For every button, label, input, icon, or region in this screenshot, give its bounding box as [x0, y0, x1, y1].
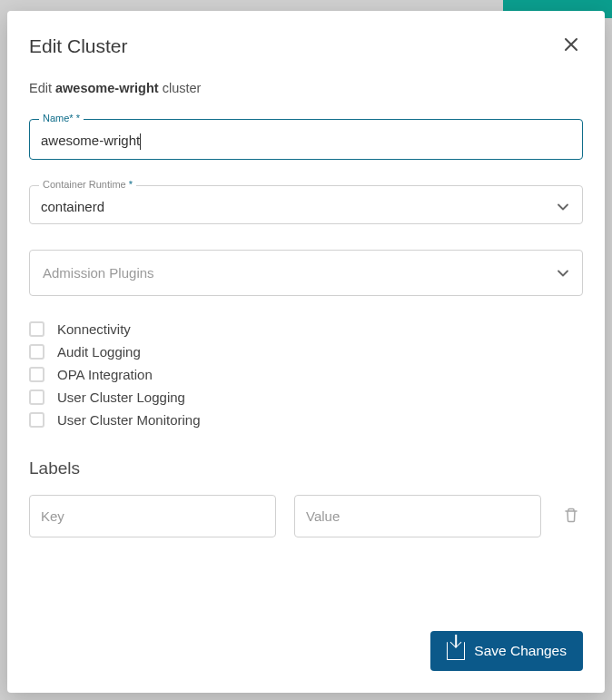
save-button-label: Save Changes — [474, 643, 567, 659]
edit-cluster-modal: Edit Cluster Edit awesome-wright cluster… — [7, 11, 605, 693]
name-label: Name* * — [39, 113, 84, 123]
checkbox-konnectivity[interactable]: Konnectivity — [29, 318, 583, 340]
subtitle-suffix: cluster — [159, 81, 202, 95]
modal-header: Edit Cluster — [29, 33, 583, 59]
delete-label-button[interactable] — [559, 503, 583, 529]
modal-title: Edit Cluster — [29, 35, 128, 57]
checkbox-audit-logging[interactable]: Audit Logging — [29, 340, 583, 363]
checkbox-label: Konnectivity — [57, 321, 131, 337]
checkbox-user-cluster-monitoring[interactable]: User Cluster Monitoring — [29, 409, 583, 431]
name-input-value[interactable]: awesome-wright — [41, 133, 140, 148]
label-key-input[interactable] — [29, 495, 276, 537]
checkbox-box[interactable] — [29, 321, 44, 337]
labels-row — [29, 495, 583, 537]
close-button[interactable] — [559, 33, 583, 59]
subtitle-cluster-name: awesome-wright — [55, 81, 159, 95]
container-runtime-value: containerd — [41, 199, 104, 214]
name-field[interactable]: Name* * awesome-wright — [29, 119, 583, 160]
container-runtime-field[interactable]: Container Runtime * containerd — [29, 185, 583, 224]
modal-subtitle: Edit awesome-wright cluster — [29, 81, 583, 95]
save-changes-button[interactable]: Save Changes — [430, 631, 583, 671]
trash-icon — [563, 507, 579, 523]
download-icon — [447, 642, 465, 660]
checkbox-label: Audit Logging — [57, 344, 141, 360]
checkbox-label: User Cluster Logging — [57, 389, 185, 405]
text-cursor — [140, 133, 141, 150]
checkbox-box[interactable] — [29, 344, 44, 360]
checkbox-opa-integration[interactable]: OPA Integration — [29, 363, 583, 386]
subtitle-prefix: Edit — [29, 81, 55, 95]
checkbox-label: User Cluster Monitoring — [57, 412, 201, 428]
checkbox-list: Konnectivity Audit Logging OPA Integrati… — [29, 318, 583, 431]
chevron-down-icon — [557, 267, 569, 280]
modal-footer: Save Changes — [29, 631, 583, 671]
checkbox-box[interactable] — [29, 367, 44, 382]
chevron-down-icon — [557, 201, 569, 213]
checkbox-box[interactable] — [29, 389, 44, 405]
labels-heading: Labels — [29, 458, 583, 478]
checkbox-label: OPA Integration — [57, 367, 153, 382]
admission-plugins-placeholder: Admission Plugins — [43, 265, 154, 281]
admission-plugins-field[interactable]: Admission Plugins — [29, 250, 583, 296]
container-runtime-label: Container Runtime * — [39, 179, 136, 190]
checkbox-user-cluster-logging[interactable]: User Cluster Logging — [29, 386, 583, 409]
close-icon — [563, 36, 579, 53]
checkbox-box[interactable] — [29, 412, 44, 428]
label-value-input[interactable] — [294, 495, 541, 537]
